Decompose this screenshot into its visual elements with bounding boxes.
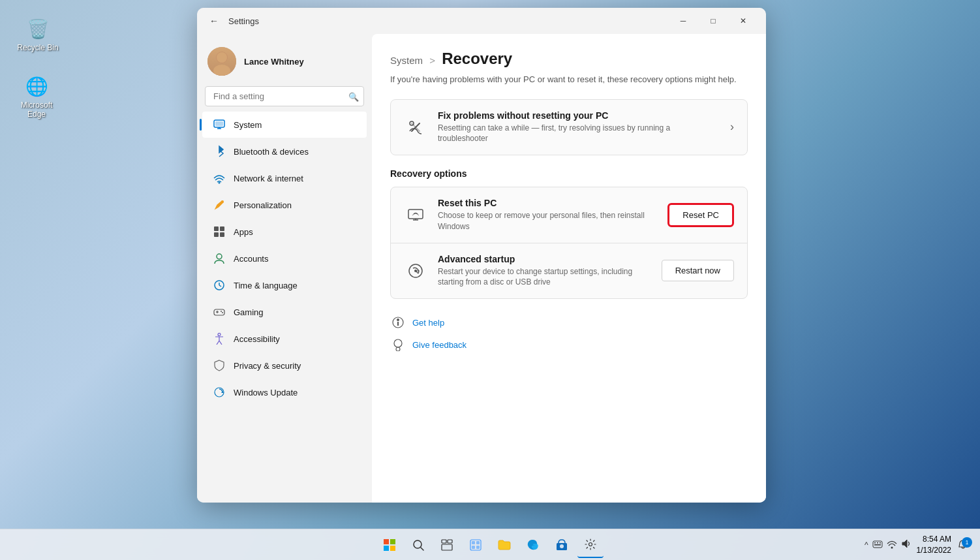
svg-rect-38 — [390, 539, 395, 544]
reset-pc-title: Reset this PC — [438, 198, 657, 208]
back-button[interactable]: ← — [205, 12, 223, 30]
sidebar-item-apps[interactable]: Apps — [202, 219, 367, 245]
svg-point-9 — [221, 200, 224, 203]
sidebar-item-accounts[interactable]: Accounts — [202, 245, 367, 272]
window-body: Lance Whitney 🔍 — [197, 34, 766, 503]
taskbar-clock[interactable]: 8:54 AM 1/13/2022 — [917, 534, 951, 556]
taskbar-store-button[interactable] — [549, 532, 575, 558]
give-feedback-label: Give feedback — [412, 340, 467, 350]
search-input[interactable] — [205, 86, 364, 106]
svg-rect-43 — [442, 540, 446, 543]
svg-rect-48 — [476, 541, 480, 544]
svg-rect-45 — [442, 544, 452, 550]
taskbar-center — [376, 532, 604, 558]
sidebar-item-windows-update[interactable]: Windows Update — [202, 379, 367, 405]
svg-rect-26 — [408, 210, 423, 219]
edge-label: Microsoft Edge — [13, 101, 60, 119]
system-icon — [213, 118, 226, 131]
give-feedback-link[interactable]: Give feedback — [390, 337, 748, 352]
advanced-startup-title: Advanced startup — [438, 254, 651, 264]
user-profile[interactable]: Lance Whitney — [197, 39, 372, 86]
svg-point-21 — [218, 334, 221, 336]
fix-problems-card[interactable]: Fix problems without resetting your PC R… — [390, 99, 748, 156]
svg-rect-11 — [220, 226, 224, 231]
sidebar-label-time-language: Time & language — [234, 281, 298, 290]
sidebar-label-apps: Apps — [234, 227, 253, 237]
sidebar-label-privacy-security: Privacy & security — [234, 361, 301, 371]
keyboard-icon[interactable] — [872, 540, 883, 550]
sidebar-label-accounts: Accounts — [234, 254, 268, 264]
svg-rect-44 — [448, 540, 452, 543]
advanced-startup-text: Advanced startup Restart your device to … — [438, 254, 651, 288]
svg-rect-47 — [472, 541, 475, 544]
window-titlebar: ← Settings ─ □ ✕ — [197, 8, 766, 34]
svg-rect-33 — [397, 322, 399, 326]
accessibility-icon — [213, 332, 226, 345]
minimize-button[interactable]: ─ — [668, 11, 698, 31]
get-help-icon — [390, 315, 406, 330]
svg-rect-57 — [880, 542, 881, 544]
sidebar-item-time-language[interactable]: Time & language — [202, 272, 367, 298]
sound-icon[interactable] — [901, 538, 911, 551]
svg-point-3 — [213, 65, 230, 76]
svg-rect-10 — [214, 226, 219, 231]
breadcrumb-separator: > — [429, 55, 435, 66]
svg-rect-5 — [215, 121, 223, 126]
taskbar-sys-icons: ^ — [865, 538, 911, 551]
task-view-button[interactable] — [434, 532, 460, 558]
sidebar-label-bluetooth: Bluetooth & devices — [234, 147, 309, 157]
breadcrumb-parent[interactable]: System — [390, 55, 423, 66]
notification-center[interactable]: 1 — [957, 538, 970, 552]
sidebar-item-personalization[interactable]: Personalization — [202, 192, 367, 218]
sidebar-item-system[interactable]: System — [202, 112, 367, 138]
sidebar-item-network[interactable]: Network & internet — [202, 165, 367, 191]
window-controls: ─ □ ✕ — [668, 11, 758, 31]
taskbar-edge-button[interactable] — [520, 532, 546, 558]
help-links: Get help Give feedback — [390, 315, 748, 352]
svg-rect-50 — [476, 546, 480, 549]
svg-point-35 — [396, 347, 400, 351]
time-language-icon — [213, 279, 226, 292]
svg-point-14 — [217, 254, 222, 259]
svg-rect-13 — [220, 232, 224, 237]
notification-badge: 1 — [962, 537, 972, 548]
reset-pc-button[interactable]: Reset PC — [667, 203, 734, 227]
sidebar-label-network: Network & internet — [234, 174, 303, 183]
apps-icon — [213, 225, 226, 238]
restart-now-button[interactable]: Restart now — [662, 260, 734, 281]
desktop-icon-edge[interactable]: 🌐 Microsoft Edge — [10, 70, 63, 121]
fix-problems-chevron: › — [730, 120, 734, 134]
give-feedback-icon — [390, 337, 406, 352]
search-box[interactable]: 🔍 — [205, 86, 364, 106]
main-content: System > Recovery If you're having probl… — [372, 34, 766, 503]
desktop-icon-recycle-bin[interactable]: 🗑️ Recycle Bin — [12, 13, 64, 55]
sidebar-label-gaming: Gaming — [234, 307, 264, 317]
close-button[interactable]: ✕ — [728, 11, 758, 31]
file-explorer-button[interactable] — [491, 532, 517, 558]
sidebar-item-bluetooth[interactable]: Bluetooth & devices — [202, 138, 367, 164]
search-icon: 🔍 — [348, 91, 359, 101]
widgets-button[interactable] — [463, 532, 489, 558]
taskbar-settings-button[interactable] — [577, 532, 604, 558]
user-name: Lance Whitney — [244, 57, 304, 67]
get-help-link[interactable]: Get help — [390, 315, 748, 330]
taskbar-date-text: 1/13/2022 — [917, 545, 951, 556]
svg-rect-40 — [390, 546, 395, 551]
svg-rect-58 — [874, 544, 881, 546]
sidebar-item-accessibility[interactable]: Accessibility — [202, 326, 367, 352]
svg-point-34 — [394, 339, 402, 347]
svg-point-19 — [221, 311, 222, 312]
sidebar-item-privacy-security[interactable]: Privacy & security — [202, 352, 367, 379]
advanced-startup-desc: Restart your device to change startup se… — [438, 266, 651, 288]
taskbar-search-button[interactable] — [405, 532, 431, 558]
sidebar-item-gaming[interactable]: Gaming — [202, 299, 367, 325]
start-button[interactable] — [376, 532, 403, 558]
maximize-button[interactable]: □ — [698, 11, 728, 31]
window-title: Settings — [228, 16, 259, 26]
svg-rect-56 — [877, 542, 878, 544]
chevron-up-icon[interactable]: ^ — [865, 540, 868, 550]
network-icon — [213, 172, 226, 185]
sidebar-label-accessibility: Accessibility — [234, 334, 280, 344]
page-title: Recovery — [442, 50, 512, 67]
network-tray-icon[interactable] — [887, 538, 897, 551]
